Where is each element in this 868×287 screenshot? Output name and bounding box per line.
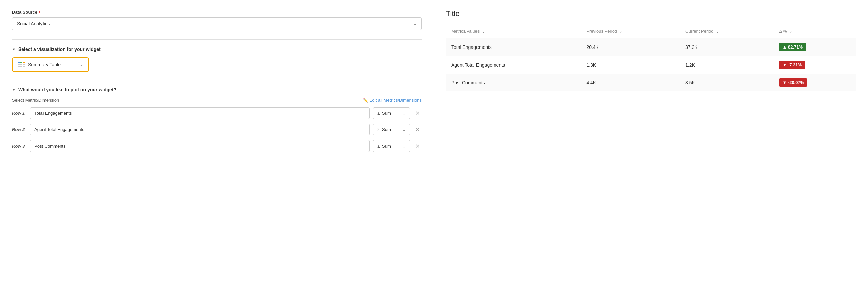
metric-name-cell: Total Engagements [446,38,581,56]
summary-table: Metrics/Values ⌄ Previous Period ⌄ Curre… [446,25,856,91]
row-2-chevron-icon: ⌄ [402,127,406,132]
row-2-input[interactable]: Agent Total Engagements [30,124,370,135]
delta-badge-positive: ▲ 82.71% [779,43,806,51]
table-header: Metrics/Values ⌄ Previous Period ⌄ Curre… [446,25,856,38]
delta-cell: ▲ 82.71% [774,38,856,56]
summary-table-icon [18,62,25,67]
chevron-down-icon: ⌄ [413,22,416,26]
previous-period-cell: 1.3K [581,56,680,73]
metric-name-cell: Post Comments [446,73,581,91]
edit-icon: ✏️ [363,98,368,103]
visualization-section-header: ▼ Select a visualization for your widget [12,46,422,52]
metrics-section-title: What would you like to plot on your widg… [19,87,117,92]
delta-col-chevron-icon: ⌄ [789,29,793,34]
table-row: Post Comments 4.4K 3.5K ▼ -20.07% [446,73,856,91]
row-2-remove-button[interactable]: ✕ [413,126,422,133]
col-metrics[interactable]: Metrics/Values ⌄ [446,25,581,38]
table-row: Total Engagements 20.4K 37.2K ▲ 82.71% [446,38,856,56]
current-period-cell: 1.2K [680,56,774,73]
visualization-label: Summary Table [28,62,61,67]
delta-cell: ▼ -20.07% [774,73,856,91]
row-1-chevron-icon: ⌄ [402,111,406,116]
table-row: Agent Total Engagements 1.3K 1.2K ▼ -7.3… [446,56,856,73]
current-period-cell: 3.5K [680,73,774,91]
metrics-section-header: ▼ What would you like to plot on your wi… [12,87,422,92]
metric-name-cell: Agent Total Engagements [446,56,581,73]
delta-badge-negative-2: ▼ -20.07% [779,78,807,87]
required-indicator: • [39,9,41,15]
row-2-item: Row 2 Agent Total Engagements Σ Sum ⌄ ✕ [12,124,422,135]
metrics-col-chevron-icon: ⌄ [482,29,485,34]
sigma-icon-2: Σ [377,127,380,132]
previous-period-cell: 4.4K [581,73,680,91]
row-2-aggregate-select[interactable]: Σ Sum ⌄ [373,124,410,135]
divider-2 [12,78,422,79]
preview-title: Title [446,9,856,18]
current-period-cell: 37.2K [680,38,774,56]
visualization-section: ▼ Select a visualization for your widget [12,46,422,72]
previous-period-cell: 20.4K [581,38,680,56]
viz-left: Summary Table [18,62,61,67]
metric-dimension-header: Select Metric/Dimension ✏️ Edit all Metr… [12,98,422,103]
summary-table-option[interactable]: Summary Table ⌄ [12,57,89,72]
row-3-item: Row 3 Post Comments Σ Sum ⌄ ✕ [12,140,422,152]
previous-col-chevron-icon: ⌄ [619,29,623,34]
edit-metrics-link[interactable]: ✏️ Edit all Metrics/Dimensions [363,98,422,103]
col-current[interactable]: Current Period ⌄ [680,25,774,38]
col-delta[interactable]: Δ % ⌄ [774,25,856,38]
left-panel: Data Source • Social Analytics ⌄ ▼ Selec… [0,0,434,287]
row-2-label: Row 2 [12,127,27,132]
delta-cell: ▼ -7.31% [774,56,856,73]
right-panel: Title Metrics/Values ⌄ Previous Period ⌄ [434,0,868,287]
sigma-icon: Σ [377,111,380,116]
metrics-collapse-icon[interactable]: ▼ [12,88,16,92]
row-3-input[interactable]: Post Comments [30,140,370,152]
delta-badge-negative: ▼ -7.31% [779,61,805,69]
row-3-label: Row 3 [12,144,27,149]
collapse-icon[interactable]: ▼ [12,47,16,51]
data-source-value: Social Analytics [17,21,50,26]
data-source-section: Data Source • Social Analytics ⌄ [12,9,422,30]
row-1-remove-button[interactable]: ✕ [413,109,422,117]
row-1-input[interactable]: Total Engagements [30,107,370,119]
table-header-row: Metrics/Values ⌄ Previous Period ⌄ Curre… [446,25,856,38]
row-1-label: Row 1 [12,111,27,116]
metric-dimension-label: Select Metric/Dimension [12,98,59,103]
row-3-chevron-icon: ⌄ [402,144,406,149]
row-1-aggregate-select[interactable]: Σ Sum ⌄ [373,107,410,119]
viz-chevron-down-icon: ⌄ [80,62,83,67]
row-3-remove-button[interactable]: ✕ [413,142,422,150]
current-col-chevron-icon: ⌄ [716,29,719,34]
data-source-select[interactable]: Social Analytics ⌄ [12,18,422,30]
metrics-section: ▼ What would you like to plot on your wi… [12,87,422,152]
col-previous[interactable]: Previous Period ⌄ [581,25,680,38]
divider-1 [12,39,422,40]
visualization-section-title: Select a visualization for your widget [19,46,101,52]
table-body: Total Engagements 20.4K 37.2K ▲ 82.71% A… [446,38,856,92]
row-3-aggregate-select[interactable]: Σ Sum ⌄ [373,140,410,152]
row-1-item: Row 1 Total Engagements Σ Sum ⌄ ✕ [12,107,422,119]
sigma-icon-3: Σ [377,144,380,149]
data-source-label: Data Source • [12,9,422,15]
